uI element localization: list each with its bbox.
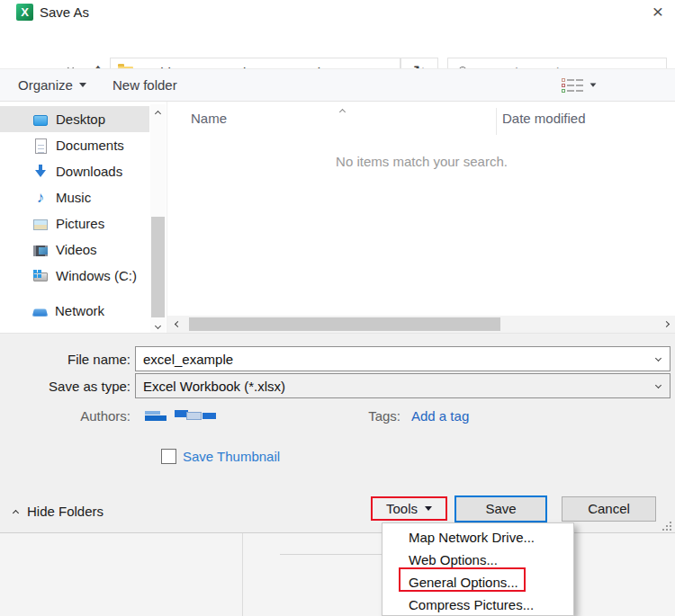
- change-view-button[interactable]: [562, 69, 597, 101]
- window-title: Save As: [40, 4, 89, 20]
- sidebar-item-music[interactable]: ♪ Music: [0, 184, 149, 210]
- save-as-dialog: X Save As × ← → ↑ This PC Desktop Excel …: [0, 0, 675, 616]
- empty-list-message: No items match your search.: [167, 154, 675, 169]
- sidebar-item-windows-c[interactable]: Windows (C:): [0, 263, 149, 289]
- file-form-panel: File name: Save as type: Excel Workbook …: [0, 333, 675, 532]
- scroll-left-icon[interactable]: [167, 316, 187, 333]
- new-folder-label: New folder: [112, 77, 177, 93]
- sidebar-item-pictures[interactable]: Pictures: [0, 210, 149, 237]
- organize-label: Organize: [18, 77, 73, 93]
- file-name-label: File name:: [0, 352, 130, 367]
- desktop-icon: [33, 115, 48, 126]
- sidebar-item-label: Desktop: [56, 112, 105, 127]
- column-header-date-modified[interactable]: Date modified: [502, 111, 586, 126]
- close-icon[interactable]: ×: [641, 0, 675, 24]
- file-list: Name Date modified No items match your s…: [166, 102, 675, 333]
- tags-label: Tags:: [333, 408, 400, 424]
- save-as-type-value: Excel Workbook (*.xlsx): [143, 379, 285, 394]
- sidebar-scrollbar-thumb[interactable]: [151, 217, 165, 317]
- add-a-tag-link[interactable]: Add a tag: [411, 408, 469, 424]
- excel-app-icon: X: [16, 4, 33, 21]
- file-name-combobox[interactable]: [135, 346, 670, 371]
- organize-button[interactable]: Organize: [18, 69, 86, 101]
- sidebar-item-network[interactable]: Network: [0, 298, 149, 324]
- drive-icon: [33, 272, 48, 281]
- music-icon: ♪: [33, 191, 48, 205]
- pictures-icon: [33, 219, 48, 230]
- scroll-up-icon[interactable]: [150, 106, 166, 121]
- save-thumbnail-label: Save Thumbnail: [183, 449, 280, 464]
- sidebar-item-label: Music: [56, 190, 91, 205]
- sidebar-item-label: Pictures: [56, 216, 104, 231]
- new-folder-button[interactable]: New folder: [112, 69, 177, 101]
- chevron-up-icon: [13, 509, 19, 515]
- tools-label: Tools: [386, 501, 418, 516]
- sidebar-item-label: Windows (C:): [56, 268, 137, 283]
- column-separator[interactable]: [496, 108, 497, 135]
- author-redacted-badge: [175, 409, 216, 421]
- horizontal-scrollbar-thumb[interactable]: [189, 317, 500, 331]
- column-header-name[interactable]: Name: [191, 111, 227, 126]
- sidebar-item-videos[interactable]: Videos: [0, 237, 149, 263]
- authors-label: Authors:: [0, 408, 130, 424]
- file-name-input[interactable]: [143, 352, 646, 367]
- save-as-type-label: Save as type:: [0, 379, 130, 394]
- sidebar-scrollbar[interactable]: [150, 104, 166, 333]
- resize-grip-icon[interactable]: [663, 522, 672, 531]
- view-dropdown-icon: [590, 83, 597, 86]
- content-area: Desktop Documents Downloads ♪ Music Pict…: [0, 102, 675, 333]
- sidebar-item-label: Downloads: [56, 164, 122, 179]
- menu-item-web-options[interactable]: Web Options...: [382, 549, 573, 571]
- details-view-icon: [562, 78, 583, 93]
- background-gridline: [242, 533, 243, 616]
- network-icon: [32, 308, 49, 316]
- save-as-type-combobox[interactable]: Excel Workbook (*.xlsx): [135, 373, 670, 398]
- videos-icon: [33, 246, 48, 256]
- save-button[interactable]: Save: [454, 495, 547, 522]
- hide-folders-button[interactable]: Hide Folders: [14, 504, 104, 519]
- cancel-button[interactable]: Cancel: [562, 496, 656, 522]
- downloads-icon: [33, 165, 48, 179]
- sidebar-item-label: Network: [55, 303, 104, 318]
- hide-folders-label: Hide Folders: [27, 504, 104, 519]
- sort-ascending-icon: [340, 102, 345, 118]
- horizontal-scrollbar[interactable]: [167, 316, 675, 333]
- sidebar-item-label: Documents: [56, 138, 124, 153]
- scroll-right-icon[interactable]: [656, 316, 675, 333]
- tools-dropdown-icon: [425, 506, 432, 511]
- menu-item-compress-pictures[interactable]: Compress Pictures...: [382, 594, 573, 616]
- sidebar-item-desktop[interactable]: Desktop: [0, 106, 149, 132]
- navigation-sidebar: Desktop Documents Downloads ♪ Music Pict…: [0, 102, 166, 333]
- author-redacted-badge: [145, 410, 166, 421]
- menu-item-general-options[interactable]: General Options...: [382, 571, 573, 594]
- tools-context-menu: Map Network Drive... Web Options... Gene…: [382, 522, 574, 616]
- menu-item-map-network-drive[interactable]: Map Network Drive...: [382, 526, 573, 549]
- scroll-down-icon[interactable]: [150, 318, 166, 333]
- sidebar-item-documents[interactable]: Documents: [0, 132, 149, 158]
- sidebar-item-downloads[interactable]: Downloads: [0, 158, 149, 184]
- organize-dropdown-icon: [79, 83, 86, 87]
- save-thumbnail-checkbox[interactable]: [161, 449, 176, 464]
- command-toolbar: Organize New folder ?: [0, 68, 675, 102]
- navigation-bar: ← → ↑ This PC Desktop Excel ↻: [0, 25, 675, 68]
- file-name-dropdown-icon[interactable]: [655, 355, 662, 362]
- documents-icon: [33, 138, 48, 153]
- title-bar: X Save As ×: [0, 0, 675, 25]
- tools-button[interactable]: Tools: [371, 496, 447, 521]
- sidebar-item-label: Videos: [56, 242, 97, 257]
- save-as-type-dropdown-icon[interactable]: [655, 382, 662, 388]
